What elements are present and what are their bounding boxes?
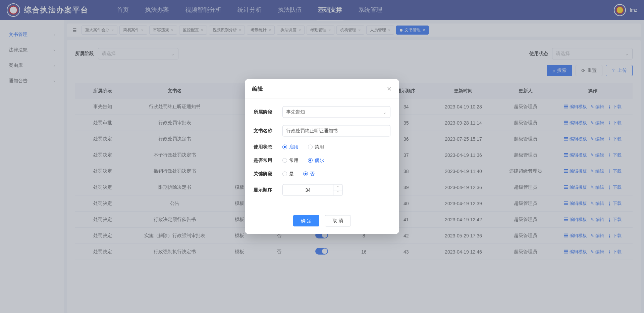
modal-key-label: 关键阶段 [254,171,277,177]
cancel-button[interactable]: 取 消 [325,215,351,227]
modal-order-input[interactable]: 34 ˄˅ [282,184,343,196]
edit-modal: 编辑 ✕ 所属阶段 事先告知⌄ 文书名称 行政处罚终止听证通知书 使用状态 启用… [245,79,399,234]
modal-name-input[interactable]: 行政处罚终止听证通知书 [282,125,390,137]
key-radio[interactable]: 否 [303,171,315,177]
modal-stage-label: 所属阶段 [254,109,277,115]
confirm-button[interactable]: 确 定 [293,215,319,227]
modal-status-label: 使用状态 [254,144,277,150]
radio-dot-icon [282,158,287,163]
radio-dot-icon [308,158,313,163]
common-radio[interactable]: 常用 [282,158,299,164]
common-radio[interactable]: 偶尔 [308,158,324,164]
modal-title: 编辑 [252,85,263,92]
chevron-down-icon: ⌄ [383,109,387,115]
radio-dot-icon [308,145,313,149]
modal-name-label: 文书名称 [254,128,277,134]
radio-dot-icon [282,172,287,176]
step-up-icon[interactable]: ˄ [333,185,342,190]
modal-stage-select[interactable]: 事先告知⌄ [282,106,390,118]
key-radio[interactable]: 是 [282,171,294,177]
close-icon[interactable]: ✕ [387,85,392,93]
status-radio[interactable]: 启用 [282,144,299,150]
modal-common-label: 是否常用 [254,158,277,164]
modal-order-label: 显示顺序 [254,187,277,193]
radio-dot-icon [282,145,287,149]
radio-dot-icon [303,172,308,176]
step-down-icon[interactable]: ˅ [333,190,342,195]
status-radio[interactable]: 禁用 [308,144,324,150]
